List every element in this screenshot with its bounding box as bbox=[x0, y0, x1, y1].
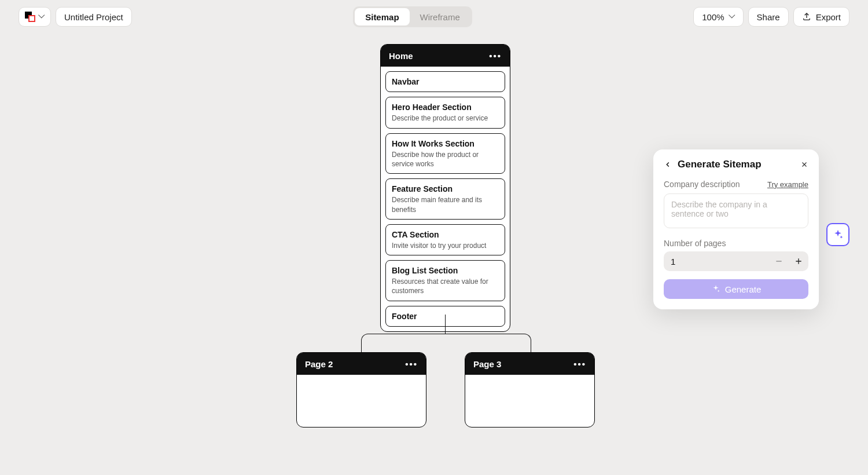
pages-stepper: 1 bbox=[664, 251, 808, 271]
node-title: Page 2 bbox=[305, 359, 333, 369]
back-icon[interactable] bbox=[664, 160, 672, 169]
zoom-button[interactable]: 100% bbox=[693, 7, 743, 27]
view-mode-toggle: Sitemap Wireframe bbox=[353, 6, 472, 27]
tree-connector bbox=[445, 315, 446, 334]
sitemap-node-page3[interactable]: Page 3 ••• bbox=[465, 352, 595, 427]
generate-label: Generate bbox=[725, 284, 762, 294]
try-example-link[interactable]: Try example bbox=[767, 180, 808, 189]
section-card[interactable]: CTA Section Invite visitor to try your p… bbox=[385, 224, 505, 255]
section-card[interactable]: Navbar bbox=[385, 71, 505, 92]
section-title: Navbar bbox=[392, 76, 499, 87]
section-card[interactable]: Hero Header Section Describe the product… bbox=[385, 97, 505, 128]
pages-decrement-button[interactable] bbox=[769, 251, 789, 271]
section-desc: Resources that create value for customer… bbox=[392, 277, 499, 295]
tab-wireframe[interactable]: Wireframe bbox=[410, 8, 470, 25]
section-card[interactable]: Blog List Section Resources that create … bbox=[385, 260, 505, 301]
project-name: Untitled Project bbox=[64, 12, 123, 22]
section-desc: Describe how the product or service work… bbox=[392, 150, 499, 169]
tab-sitemap[interactable]: Sitemap bbox=[355, 8, 409, 25]
section-desc: Describe the product or service bbox=[392, 114, 499, 123]
section-title: CTA Section bbox=[392, 229, 499, 240]
tree-connector bbox=[361, 334, 531, 352]
node-menu-button[interactable]: ••• bbox=[573, 359, 586, 369]
sparkle-icon bbox=[832, 229, 844, 240]
section-title: Blog List Section bbox=[392, 265, 499, 276]
node-menu-button[interactable]: ••• bbox=[489, 51, 502, 61]
node-menu-button[interactable]: ••• bbox=[405, 359, 418, 369]
node-title: Home bbox=[389, 51, 413, 61]
section-title: How It Works Section bbox=[392, 138, 499, 149]
generate-sitemap-panel: Generate Sitemap Company description Try… bbox=[653, 149, 819, 309]
section-card[interactable]: How It Works Section Describe how the pr… bbox=[385, 133, 505, 174]
export-icon bbox=[802, 12, 811, 21]
section-card[interactable]: Feature Section Describe main feature an… bbox=[385, 178, 505, 220]
share-button[interactable]: Share bbox=[748, 7, 789, 27]
export-label: Export bbox=[816, 12, 841, 22]
section-title: Feature Section bbox=[392, 184, 499, 194]
pages-value: 1 bbox=[664, 257, 769, 266]
section-desc: Invite visitor to try your product bbox=[392, 241, 499, 250]
generate-button[interactable]: Generate bbox=[664, 279, 808, 299]
app-logo-icon bbox=[25, 12, 35, 22]
sitemap-node-home[interactable]: Home ••• Navbar Hero Header Section Desc… bbox=[380, 44, 510, 332]
chevron-down-icon bbox=[729, 14, 735, 20]
section-title: Hero Header Section bbox=[392, 102, 499, 112]
panel-title: Generate Sitemap bbox=[678, 159, 795, 170]
plus-icon bbox=[794, 257, 803, 266]
pages-label: Number of pages bbox=[664, 239, 808, 248]
company-description-input[interactable] bbox=[664, 193, 808, 228]
company-desc-label: Company description bbox=[664, 180, 740, 189]
section-desc: Describe main feature and its benefits bbox=[392, 195, 499, 214]
sparkle-icon bbox=[711, 284, 720, 294]
minus-icon bbox=[774, 257, 784, 266]
project-name-button[interactable]: Untitled Project bbox=[56, 7, 132, 27]
sitemap-node-page2[interactable]: Page 2 ••• bbox=[296, 352, 426, 427]
close-icon[interactable] bbox=[800, 160, 808, 169]
export-button[interactable]: Export bbox=[793, 7, 849, 27]
pages-increment-button[interactable] bbox=[789, 251, 808, 271]
ai-assistant-button[interactable] bbox=[826, 223, 849, 246]
chevron-down-icon bbox=[39, 14, 45, 20]
zoom-value: 100% bbox=[702, 12, 724, 22]
node-title: Page 3 bbox=[473, 359, 501, 369]
app-menu-button[interactable] bbox=[19, 7, 51, 27]
